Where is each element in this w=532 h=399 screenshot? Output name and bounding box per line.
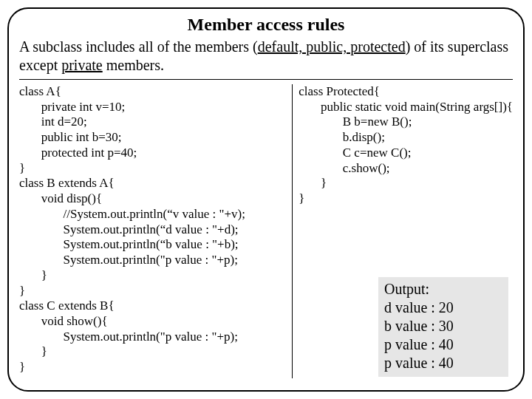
output-heading: Output: [384, 280, 502, 299]
output-line: b value : 30 [384, 317, 502, 335]
vertical-divider [292, 84, 293, 378]
intro-post: members. [103, 57, 164, 73]
output-line: p value : 40 [384, 335, 502, 354]
output-box: Output: d value : 20 b value : 30 p valu… [378, 277, 508, 377]
slide-frame: Member access rules A subclass includes … [7, 7, 525, 392]
right-column: class Protected{ public static void main… [297, 84, 513, 378]
slide-title: Member access rules [19, 15, 513, 35]
horizontal-rule [19, 79, 513, 80]
left-column: class A{ private int v=10; int d=20; pub… [19, 84, 292, 378]
columns: class A{ private int v=10; int d=20; pub… [19, 84, 513, 378]
output-line: p value : 40 [384, 354, 502, 372]
code-right: class Protected{ public static void main… [299, 84, 513, 207]
intro-pre: A subclass includes all of the members ( [19, 38, 258, 55]
intro-text: A subclass includes all of the members (… [19, 38, 513, 75]
output-line: d value : 20 [384, 299, 502, 317]
intro-underline-private: private [61, 57, 103, 73]
intro-underline-modifiers: default, public, protected [258, 38, 406, 55]
code-left: class A{ private int v=10; int d=20; pub… [19, 84, 287, 375]
